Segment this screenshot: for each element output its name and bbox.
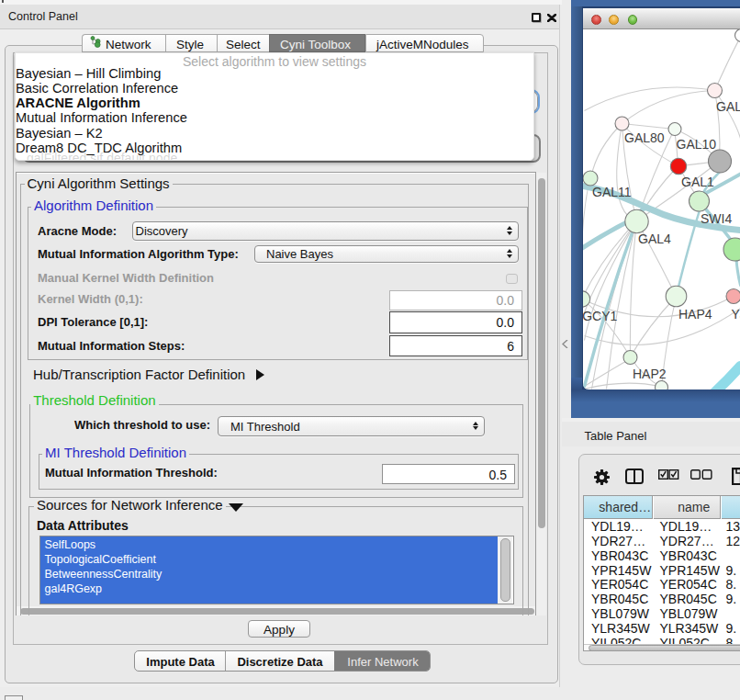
svg-text:HAP2: HAP2 <box>633 366 667 380</box>
svg-text:GCY1: GCY1 <box>583 309 618 323</box>
svg-text:HAP4: HAP4 <box>678 306 712 321</box>
svg-text:SWI4: SWI4 <box>701 211 732 226</box>
svg-text:GAL1: GAL1 <box>681 174 714 188</box>
svg-text:YJ: YJ <box>731 306 740 321</box>
svg-text:GAL80: GAL80 <box>624 130 665 144</box>
svg-text:GAL11: GAL11 <box>592 185 632 199</box>
svg-text:GAL7: GAL7 <box>716 98 740 113</box>
svg-text:GAL10: GAL10 <box>676 136 716 151</box>
svg-text:GAL4: GAL4 <box>638 231 671 246</box>
